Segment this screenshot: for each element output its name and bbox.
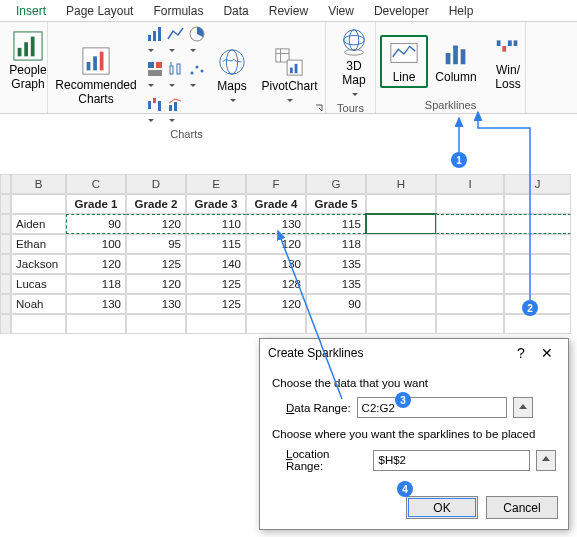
- sparkline-column-button[interactable]: Column: [432, 36, 480, 87]
- cell[interactable]: [436, 294, 504, 314]
- col-header[interactable]: J: [504, 174, 571, 194]
- tab-insert[interactable]: Insert: [6, 2, 56, 21]
- data-range-input[interactable]: [357, 397, 507, 418]
- name-cell[interactable]: Aiden: [11, 214, 66, 234]
- cell[interactable]: [504, 214, 571, 234]
- header-cell[interactable]: Grade 1: [66, 194, 126, 214]
- range-selector-button[interactable]: [536, 450, 556, 471]
- tab-review[interactable]: Review: [259, 2, 318, 21]
- create-sparklines-dialog: Create Sparklines ? ✕ Choose the data th…: [259, 338, 569, 530]
- cell[interactable]: [366, 214, 436, 234]
- tab-developer[interactable]: Developer: [364, 2, 439, 21]
- cell[interactable]: [366, 234, 436, 254]
- col-header[interactable]: G: [306, 174, 366, 194]
- cell[interactable]: [504, 254, 571, 274]
- close-button[interactable]: ✕: [534, 345, 560, 361]
- data-cell[interactable]: 95: [126, 234, 186, 254]
- data-cell[interactable]: 100: [66, 234, 126, 254]
- col-header[interactable]: B: [11, 174, 66, 194]
- svg-point-20: [200, 70, 203, 73]
- header-cell[interactable]: Grade 4: [246, 194, 306, 214]
- data-cell[interactable]: 120: [126, 214, 186, 234]
- cell[interactable]: [436, 234, 504, 254]
- chart-type-scatter[interactable]: [188, 60, 206, 92]
- tab-help[interactable]: Help: [439, 2, 484, 21]
- tab-view[interactable]: View: [318, 2, 364, 21]
- header-cell[interactable]: Grade 3: [186, 194, 246, 214]
- data-cell[interactable]: 135: [306, 254, 366, 274]
- chart-type-line[interactable]: [167, 25, 185, 57]
- data-cell[interactable]: 120: [66, 254, 126, 274]
- data-cell[interactable]: 140: [186, 254, 246, 274]
- data-cell[interactable]: 135: [306, 274, 366, 294]
- name-cell[interactable]: Ethan: [11, 234, 66, 254]
- data-cell[interactable]: 130: [246, 254, 306, 274]
- header-cell[interactable]: Grade 5: [306, 194, 366, 214]
- cell[interactable]: [504, 234, 571, 254]
- chart-type-hier[interactable]: [146, 60, 164, 92]
- sparkline-line-button[interactable]: Line: [380, 35, 428, 88]
- ok-button[interactable]: OK: [406, 496, 478, 519]
- data-cell[interactable]: 90: [306, 294, 366, 314]
- cell[interactable]: [366, 254, 436, 274]
- data-cell[interactable]: 118: [66, 274, 126, 294]
- header-cell[interactable]: Grade 2: [126, 194, 186, 214]
- data-cell[interactable]: 130: [246, 214, 306, 234]
- data-cell[interactable]: 118: [306, 234, 366, 254]
- sparkline-winloss-icon: [493, 31, 523, 61]
- chart-type-pie[interactable]: [188, 25, 206, 57]
- maps-button[interactable]: Maps: [212, 45, 252, 107]
- data-cell[interactable]: 120: [126, 274, 186, 294]
- cell[interactable]: [436, 214, 504, 234]
- name-cell[interactable]: Noah: [11, 294, 66, 314]
- chart-type-waterfall[interactable]: [146, 95, 164, 127]
- col-header[interactable]: I: [436, 174, 504, 194]
- col-header[interactable]: H: [366, 174, 436, 194]
- tab-page-layout[interactable]: Page Layout: [56, 2, 143, 21]
- data-cell[interactable]: 125: [186, 274, 246, 294]
- cell[interactable]: [436, 254, 504, 274]
- tab-formulas[interactable]: Formulas: [143, 2, 213, 21]
- data-cell[interactable]: 130: [126, 294, 186, 314]
- data-cell[interactable]: 128: [246, 274, 306, 294]
- cell[interactable]: [504, 274, 571, 294]
- data-cell[interactable]: 115: [306, 214, 366, 234]
- help-button[interactable]: ?: [508, 345, 534, 361]
- svg-rect-5: [87, 62, 91, 70]
- chart-type-combo[interactable]: [167, 95, 185, 127]
- cell[interactable]: [366, 274, 436, 294]
- col-header[interactable]: C: [66, 174, 126, 194]
- data-cell[interactable]: 125: [186, 294, 246, 314]
- people-graph-button[interactable]: PeopleGraph: [4, 29, 52, 94]
- cell[interactable]: [366, 294, 436, 314]
- data-cell[interactable]: 90: [66, 214, 126, 234]
- col-header[interactable]: E: [186, 174, 246, 194]
- data-cell[interactable]: 130: [66, 294, 126, 314]
- cancel-button[interactable]: Cancel: [486, 496, 558, 519]
- chart-type-bar[interactable]: [146, 25, 164, 57]
- pivotchart-icon: [274, 47, 304, 77]
- data-cell[interactable]: 115: [186, 234, 246, 254]
- range-selector-button[interactable]: [513, 397, 533, 418]
- sparkline-winloss-button[interactable]: Win/Loss: [484, 29, 532, 94]
- name-cell[interactable]: Jackson: [11, 254, 66, 274]
- dialog-launcher-icon[interactable]: [315, 104, 323, 112]
- location-range-input[interactable]: [373, 450, 530, 471]
- tab-data[interactable]: Data: [213, 2, 258, 21]
- name-cell[interactable]: Lucas: [11, 274, 66, 294]
- col-header[interactable]: D: [126, 174, 186, 194]
- data-cell[interactable]: 120: [246, 234, 306, 254]
- worksheet: B C D E F G H I J Grade 1 Grade 2 Grade …: [0, 174, 577, 334]
- recommended-charts-button[interactable]: RecommendedCharts: [52, 44, 140, 109]
- chart-type-stat[interactable]: [167, 60, 185, 92]
- pivotchart-button[interactable]: PivotChart: [258, 45, 321, 107]
- col-header[interactable]: F: [246, 174, 306, 194]
- table-row: Ethan10095115120118: [0, 234, 577, 254]
- 3d-map-button[interactable]: 3DMap: [330, 25, 378, 101]
- data-cell[interactable]: 110: [186, 214, 246, 234]
- cell[interactable]: [436, 274, 504, 294]
- table-row: Grade 1 Grade 2 Grade 3 Grade 4 Grade 5: [0, 194, 577, 214]
- cell[interactable]: [504, 294, 571, 314]
- data-cell[interactable]: 125: [126, 254, 186, 274]
- data-cell[interactable]: 120: [246, 294, 306, 314]
